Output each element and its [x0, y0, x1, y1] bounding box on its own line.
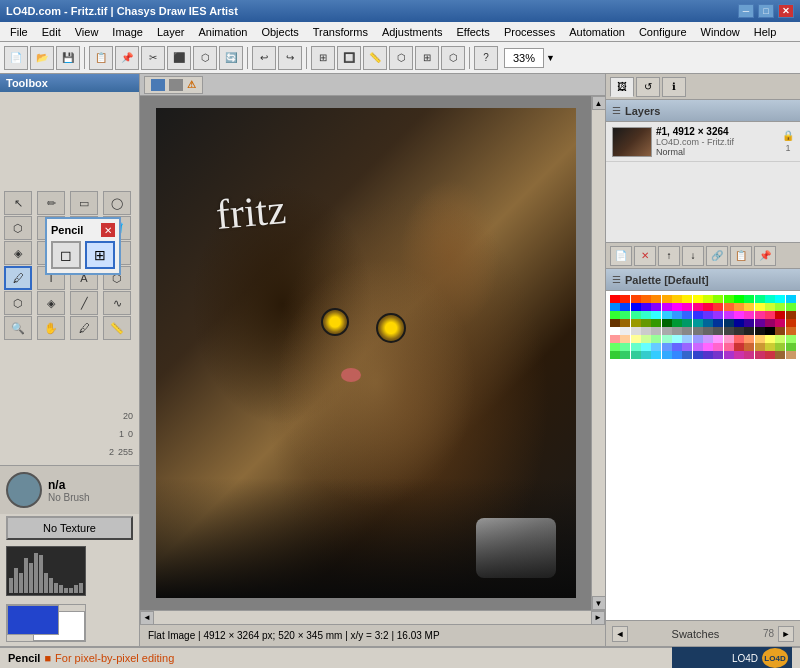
palette-color-swatch[interactable]	[672, 335, 682, 343]
palette-color-swatch[interactable]	[724, 335, 734, 343]
palette-color-swatch[interactable]	[620, 303, 630, 311]
palette-color-swatch[interactable]	[662, 343, 672, 351]
palette-color-swatch[interactable]	[620, 319, 630, 327]
menu-help[interactable]: Help	[748, 24, 783, 40]
layer-copy-button[interactable]: 📋	[730, 246, 752, 266]
palette-color-swatch[interactable]	[651, 335, 661, 343]
palette-color-swatch[interactable]	[713, 319, 723, 327]
scroll-v-track[interactable]	[592, 110, 605, 596]
tool-curve[interactable]: ∿	[103, 291, 131, 315]
palette-color-swatch[interactable]	[765, 335, 775, 343]
menu-effects[interactable]: Effects	[450, 24, 495, 40]
toolbar-t1[interactable]: ⬛	[167, 46, 191, 70]
palette-color-swatch[interactable]	[682, 303, 692, 311]
toolbar-new[interactable]: 📄	[4, 46, 28, 70]
palette-color-swatch[interactable]	[672, 351, 682, 359]
minimize-button[interactable]: ─	[738, 4, 754, 18]
palette-color-swatch[interactable]	[610, 311, 620, 319]
palette-color-swatch[interactable]	[641, 295, 651, 303]
toolbar-undo[interactable]: ↩	[252, 46, 276, 70]
toolbar-expand[interactable]: ⬡	[441, 46, 465, 70]
tool-lasso[interactable]: ⬡	[4, 216, 32, 240]
palette-color-swatch[interactable]	[631, 327, 641, 335]
palette-color-swatch[interactable]	[734, 319, 744, 327]
close-button[interactable]: ✕	[778, 4, 794, 18]
tool-ellipse[interactable]: ◯	[103, 191, 131, 215]
palette-color-swatch[interactable]	[693, 327, 703, 335]
palette-color-swatch[interactable]	[693, 351, 703, 359]
toolbar-ruler[interactable]: 📏	[363, 46, 387, 70]
menu-processes[interactable]: Processes	[498, 24, 561, 40]
no-texture-button[interactable]: No Texture	[6, 516, 133, 540]
palette-color-swatch[interactable]	[713, 335, 723, 343]
menu-animation[interactable]: Animation	[192, 24, 253, 40]
palette-color-swatch[interactable]	[755, 327, 765, 335]
palette-color-swatch[interactable]	[693, 311, 703, 319]
palette-color-swatch[interactable]	[631, 335, 641, 343]
palette-color-swatch[interactable]	[713, 311, 723, 319]
palette-color-swatch[interactable]	[620, 295, 630, 303]
palette-color-swatch[interactable]	[631, 295, 641, 303]
palette-color-swatch[interactable]	[713, 351, 723, 359]
palette-color-swatch[interactable]	[734, 335, 744, 343]
tool-shape2[interactable]: ⬡	[4, 291, 32, 315]
layer-add-button[interactable]: 📄	[610, 246, 632, 266]
palette-color-swatch[interactable]	[775, 311, 785, 319]
tool-zoom[interactable]: 🔍	[4, 316, 32, 340]
menu-transforms[interactable]: Transforms	[307, 24, 374, 40]
palette-color-swatch[interactable]	[703, 327, 713, 335]
palette-color-swatch[interactable]	[755, 343, 765, 351]
palette-color-swatch[interactable]	[765, 343, 775, 351]
palette-color-swatch[interactable]	[703, 351, 713, 359]
palette-color-swatch[interactable]	[610, 295, 620, 303]
palette-color-swatch[interactable]	[672, 343, 682, 351]
palette-color-swatch[interactable]	[641, 319, 651, 327]
palette-color-swatch[interactable]	[724, 319, 734, 327]
palette-color-swatch[interactable]	[703, 311, 713, 319]
palette-color-swatch[interactable]	[610, 343, 620, 351]
palette-color-swatch[interactable]	[744, 303, 754, 311]
logo-button[interactable]: LO4D	[762, 648, 788, 668]
palette-color-swatch[interactable]	[631, 311, 641, 319]
palette-color-swatch[interactable]	[672, 311, 682, 319]
panel-tab-info[interactable]: ℹ	[662, 77, 686, 97]
palette-color-swatch[interactable]	[662, 311, 672, 319]
tool-eyedrop[interactable]: 🖊	[70, 316, 98, 340]
menu-configure[interactable]: Configure	[633, 24, 693, 40]
palette-color-swatch[interactable]	[755, 319, 765, 327]
palette-color-swatch[interactable]	[620, 351, 630, 359]
menu-layer[interactable]: Layer	[151, 24, 191, 40]
palette-color-swatch[interactable]	[651, 351, 661, 359]
palette-color-swatch[interactable]	[786, 327, 796, 335]
maximize-button[interactable]: □	[758, 4, 774, 18]
palette-color-swatch[interactable]	[775, 351, 785, 359]
palette-color-swatch[interactable]	[651, 327, 661, 335]
tool-rect[interactable]: ▭	[70, 191, 98, 215]
tool-select[interactable]: ↖	[4, 191, 32, 215]
toolbar-save[interactable]: 💾	[56, 46, 80, 70]
palette-color-swatch[interactable]	[765, 311, 775, 319]
palette-color-swatch[interactable]	[765, 319, 775, 327]
menu-automation[interactable]: Automation	[563, 24, 631, 40]
palette-color-swatch[interactable]	[641, 311, 651, 319]
menu-file[interactable]: File	[4, 24, 34, 40]
palette-color-swatch[interactable]	[620, 343, 630, 351]
palette-color-swatch[interactable]	[672, 295, 682, 303]
scroll-right-button[interactable]: ►	[591, 611, 605, 625]
zoom-arrow[interactable]: ▼	[546, 53, 555, 63]
palette-color-swatch[interactable]	[620, 335, 630, 343]
palette-color-swatch[interactable]	[775, 343, 785, 351]
palette-color-swatch[interactable]	[610, 351, 620, 359]
palette-color-swatch[interactable]	[724, 295, 734, 303]
zoom-value[interactable]: 33%	[504, 48, 544, 68]
palette-color-swatch[interactable]	[641, 343, 651, 351]
palette-color-swatch[interactable]	[703, 319, 713, 327]
tool-pen[interactable]: 🖊	[4, 266, 32, 290]
palette-color-swatch[interactable]	[775, 295, 785, 303]
toolbar-snap[interactable]: 🔲	[337, 46, 361, 70]
palette-color-swatch[interactable]	[641, 303, 651, 311]
palette-color-swatch[interactable]	[755, 351, 765, 359]
palette-color-swatch[interactable]	[631, 303, 641, 311]
palette-color-swatch[interactable]	[651, 343, 661, 351]
palette-color-swatch[interactable]	[744, 327, 754, 335]
